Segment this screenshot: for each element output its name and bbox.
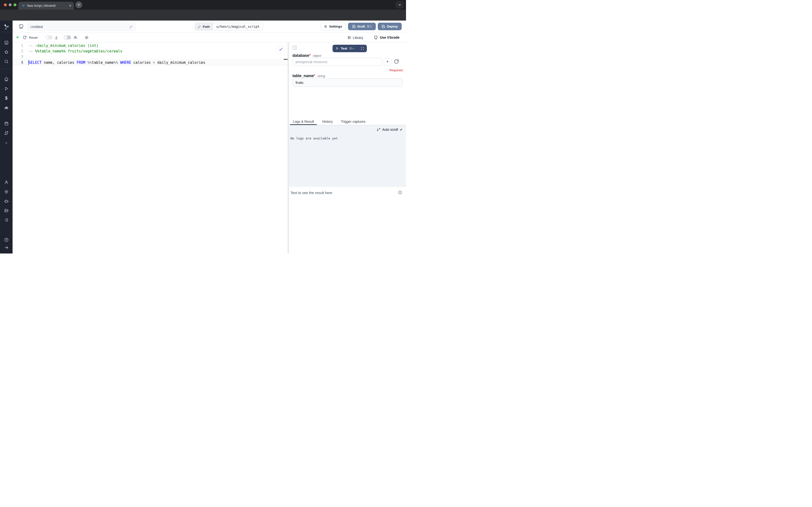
settings-label: Settings: [329, 25, 342, 28]
sidebar-item-help-icon[interactable]: [0, 237, 12, 242]
line-number: 4: [12, 60, 23, 65]
save-icon: [382, 25, 385, 28]
draft-label: Draft: [357, 25, 365, 28]
save-icon: [352, 25, 356, 28]
database-field-label: database*object: [292, 53, 321, 58]
database-resource-input[interactable]: [292, 58, 382, 66]
add-resource-button[interactable]: +: [384, 58, 391, 65]
code-text: -- :daily_minimum_calories (int): [28, 43, 98, 49]
tab-search-chevron-icon[interactable]: [396, 1, 404, 8]
result-tabs: Logs & ResultHistoryTrigger captures: [290, 120, 406, 125]
close-window-button[interactable]: [4, 3, 7, 6]
collaborators-people-icon[interactable]: [73, 36, 77, 40]
edit-pencil-icon[interactable]: [129, 25, 133, 29]
sidebar-item-settings-gear-icon[interactable]: [0, 189, 12, 194]
sidebar-divider: [2, 32, 11, 32]
editor-toolbar: Reset ± Library Use VScode: [12, 33, 406, 42]
sidebar-item-workspace[interactable]: [0, 40, 12, 45]
screen: New Script | Windmill ✕ + app.windmill.d…: [0, 0, 406, 253]
reset-refresh-icon[interactable]: [23, 36, 26, 39]
sidebar-item-user-icon[interactable]: [0, 180, 12, 185]
test-button-group: Test ⌘↵: [333, 45, 367, 52]
browser-titlebar: New Script | Windmill ✕ +: [0, 0, 406, 10]
deploy-button[interactable]: Deploy: [378, 23, 402, 30]
library-label[interactable]: Library: [353, 36, 363, 40]
diff-toggle[interactable]: [46, 36, 53, 39]
table-name-input[interactable]: [292, 78, 403, 87]
check-icon: ✔: [400, 128, 403, 131]
library-icon[interactable]: [347, 36, 351, 40]
expand-icon[interactable]: [377, 128, 381, 131]
sidebar-item-runs-play-icon[interactable]: [0, 86, 12, 91]
result-pane: Test to see the result here: [289, 186, 406, 253]
status-dot: [16, 36, 19, 39]
line-number: 1: [12, 43, 23, 49]
deploy-label: Deploy: [387, 25, 398, 28]
table-name-type: string: [317, 74, 325, 78]
script-name-value: Untitled: [31, 25, 129, 29]
autoscroll-label: Auto scroll: [382, 128, 398, 131]
info-icon[interactable]: [398, 190, 402, 194]
tab-close-icon[interactable]: ✕: [69, 4, 71, 7]
draft-shortcut: ⌘S: [367, 25, 372, 28]
sidebar-item-workers-robot-icon[interactable]: [0, 199, 12, 204]
collapse-panel-icon[interactable]: [292, 45, 297, 50]
use-vscode-label[interactable]: Use VScode: [380, 36, 400, 39]
required-note: Required: [389, 68, 403, 72]
tab-trigger-captures[interactable]: Trigger captures: [338, 120, 368, 125]
code-line[interactable]: 3: [12, 54, 288, 60]
new-tab-button[interactable]: +: [75, 1, 82, 8]
code-text: SELECT name, calories FROM %%table_name%…: [28, 60, 206, 65]
code-line[interactable]: 2-- %%table_name%% fruits/vegetables/cer…: [12, 49, 288, 54]
code-editor[interactable]: 1-- :daily_minimum_calories (int)2-- %%t…: [12, 42, 288, 253]
capture-focus-button[interactable]: [358, 45, 367, 52]
sidebar-item-routes-icon[interactable]: [0, 131, 12, 135]
path-chip[interactable]: Path u/henri/magical_script: [195, 23, 263, 31]
test-shortcut: ⌘↵: [349, 47, 355, 50]
reset-label[interactable]: Reset: [29, 36, 38, 39]
editor-settings-gear-icon[interactable]: [84, 36, 89, 40]
zoom-window-button[interactable]: [13, 3, 16, 6]
sidebar-item-add-plus-icon[interactable]: +: [0, 140, 12, 146]
logs-pane: Auto scroll ✔ No logs are available yet: [289, 125, 406, 186]
sidebar-item-folders-icon[interactable]: [0, 208, 12, 213]
plus-minus-icon[interactable]: ±: [55, 36, 58, 39]
tab-title: New Script | Windmill: [27, 4, 67, 7]
sidebar-item-search-icon[interactable]: [0, 59, 12, 64]
code-line[interactable]: 4SELECT name, calories FROM %%table_name…: [12, 60, 288, 65]
tab-logs-result[interactable]: Logs & Result: [290, 120, 317, 125]
settings-button[interactable]: Settings: [320, 23, 346, 30]
vscode-icon[interactable]: [373, 35, 378, 40]
sidebar-item-variables-dollar-icon[interactable]: $: [0, 96, 12, 101]
test-label: Test: [341, 47, 347, 50]
line-number: 2: [12, 49, 23, 54]
sidebar-item-schedules-calendar-icon[interactable]: [0, 121, 12, 126]
app-sidebar: $ +: [0, 20, 12, 253]
ai-wand-button[interactable]: [277, 45, 285, 53]
autoscroll-control[interactable]: Auto scroll ✔: [377, 128, 403, 131]
refresh-resources-icon[interactable]: [394, 59, 399, 64]
sidebar-expand-arrow-icon[interactable]: [0, 245, 12, 250]
path-value: u/henri/magical_script: [213, 23, 263, 30]
required-star: *: [314, 74, 315, 78]
path-pencil-icon: [198, 25, 201, 28]
line-number: 3: [12, 54, 23, 60]
minimize-window-button[interactable]: [9, 3, 12, 6]
sidebar-item-resources-boxes-icon[interactable]: [0, 105, 12, 110]
run-panel: Test ⌘↵ database*object + Required table…: [289, 42, 406, 253]
test-button[interactable]: Test ⌘↵: [333, 45, 358, 52]
sidebar-item-audit-logs-list-icon[interactable]: [0, 218, 12, 222]
windmill-logo[interactable]: [0, 24, 12, 30]
required-star: *: [309, 53, 310, 58]
sidebar-item-home-icon[interactable]: [0, 77, 12, 81]
logs-empty-message: No logs are available yet: [290, 136, 338, 140]
sidebar-item-favorites-star-icon[interactable]: [0, 50, 12, 54]
code-line[interactable]: 1-- :daily_minimum_calories (int): [12, 43, 288, 49]
script-name-input[interactable]: Untitled: [27, 22, 136, 31]
browser-tab[interactable]: New Script | Windmill ✕: [18, 2, 74, 10]
tab-history[interactable]: History: [319, 120, 336, 125]
windmill-favicon: [21, 4, 25, 8]
play-icon: [336, 47, 339, 50]
collab-toggle[interactable]: [64, 36, 71, 39]
draft-button[interactable]: Draft ⌘S: [348, 23, 376, 30]
